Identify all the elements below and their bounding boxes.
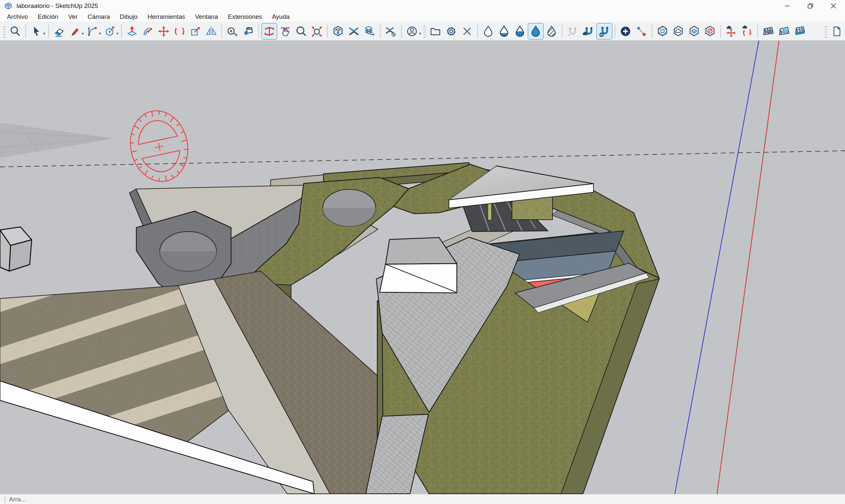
magnet-cloud-button[interactable] [581,23,596,40]
cloud-move-button[interactable] [723,23,739,40]
menu-edicion[interactable]: Edición [33,12,63,22]
toolbar-separator [327,25,328,38]
extension-manager-button[interactable] [383,23,399,40]
zoom-tool-button[interactable] [293,23,309,40]
zoom-extents-tool-button[interactable] [309,23,325,40]
pan-tool-button[interactable] [277,23,293,40]
account-dropdown-caret[interactable]: ▾ [419,31,421,36]
mesh-solid-button[interactable] [792,23,808,40]
menu-archivo[interactable]: Archivo [2,12,33,22]
magnet-sketchup-icon [598,25,611,38]
status-bar: Arra... [0,494,845,504]
line-tool-button[interactable] [67,23,83,40]
push-pull-tool-button[interactable] [124,23,140,40]
folder-icon [429,25,442,38]
mesh-solid-icon [793,25,806,38]
toolbar-grip[interactable] [824,25,828,38]
menu-ventana[interactable]: Ventana [190,12,223,22]
mesh-grid-button[interactable] [760,23,776,40]
magnet-sketchup-button[interactable] [596,23,612,40]
close-icon [830,3,837,9]
folder-button[interactable] [427,23,443,40]
new-document-button[interactable] [829,23,845,40]
toolbar-separator [25,25,26,38]
toolbar-grip[interactable] [423,25,426,38]
opacity-drop-third-button[interactable] [496,23,512,40]
main-toolbar: ▾ ▾ ▾ ▾ ▾ [0,22,845,40]
drop-third-icon [498,25,510,38]
tape-measure-tool-button[interactable] [225,23,240,40]
menu-herramientas[interactable]: Herramientas [143,12,190,22]
shapes-tool-button[interactable] [102,23,118,40]
connect-sync-button[interactable] [346,23,362,40]
hex-sketchup-icon [688,25,700,38]
menu-dibujo[interactable]: Dibujo [115,12,143,22]
cloud-rotate-button[interactable] [739,23,755,40]
account-button[interactable] [404,23,420,40]
toolbar-separator [652,25,652,38]
magnet-gray-icon [566,25,579,38]
menu-ver[interactable]: Ver [64,12,83,22]
layers-share-button[interactable] [362,23,377,40]
line-dropdown-caret[interactable]: ▾ [82,31,84,36]
toolbar-separator [562,25,562,38]
arc-dropdown-caret[interactable]: ▾ [99,31,101,36]
menu-ayuda[interactable]: Ayuda [267,12,295,22]
connect-sync-icon [348,25,360,38]
extension-manager-icon [385,25,397,38]
search-icon [9,25,21,38]
opacity-drop-empty-button[interactable] [480,23,496,40]
paint-bucket-tool-button[interactable] [240,23,256,40]
polygon-shape-icon [103,25,116,38]
opacity-drop-hatched-button[interactable] [544,23,560,40]
arc-icon [86,25,99,38]
shapes-dropdown-caret[interactable]: ▾ [117,31,119,36]
toolbar-separator [380,25,381,38]
rotate-tool-button[interactable] [172,23,188,40]
menu-camara[interactable]: Cámara [83,12,115,22]
close-button[interactable] [822,0,845,12]
orbit-tool-button[interactable] [261,23,277,40]
hex-sketchup-button[interactable] [686,23,702,40]
mesh-grid-icon [762,25,774,38]
scale-tool-button[interactable] [188,23,203,40]
flip-tool-button[interactable] [203,23,219,40]
drop-full-icon [529,25,542,38]
hex-prohibited-icon [704,25,716,38]
hex-cloud-button[interactable] [670,23,686,40]
title-bar: laboraatorio - SketchUp 2025 [0,0,845,12]
add-circle-button[interactable] [618,23,633,40]
minimize-button[interactable] [776,0,799,12]
move-icon [157,25,170,38]
drop-hatched-icon [545,25,558,38]
settings-button[interactable] [443,23,459,40]
line-endpoints-button[interactable] [633,23,649,40]
3d-warehouse-button[interactable] [330,23,346,40]
select-dropdown-caret[interactable]: ▾ [43,31,46,36]
mesh-grid-partial-button[interactable] [776,23,792,40]
model-viewport[interactable] [0,40,845,494]
gear-icon [445,25,457,38]
hex-prohibited-button[interactable] [702,23,718,40]
window-controls [776,0,845,12]
magnet-disabled-button[interactable] [565,23,581,40]
line-endpoints-icon [635,25,648,38]
paint-bucket-icon [242,25,254,38]
arc-tool-button[interactable] [84,23,100,40]
menu-extensiones[interactable]: Extensiones [223,12,267,22]
opacity-drop-full-button[interactable] [528,23,544,40]
add-circle-icon [619,25,632,38]
close-tool-button[interactable] [459,23,475,40]
search-tool-button[interactable] [7,23,23,40]
opacity-drop-two-thirds-button[interactable] [512,23,528,40]
restore-button[interactable] [799,0,822,12]
eraser-tool-button[interactable] [51,23,67,40]
hex-square-button[interactable] [654,23,670,40]
pan-hand-icon [279,25,292,38]
offset-tool-button[interactable] [140,23,156,40]
move-tool-button[interactable] [156,23,172,40]
hex-cloud-icon [672,25,685,38]
toolbar-grip[interactable] [3,25,6,38]
select-tool-button[interactable] [29,23,44,40]
zoom-extents-icon [311,25,323,38]
